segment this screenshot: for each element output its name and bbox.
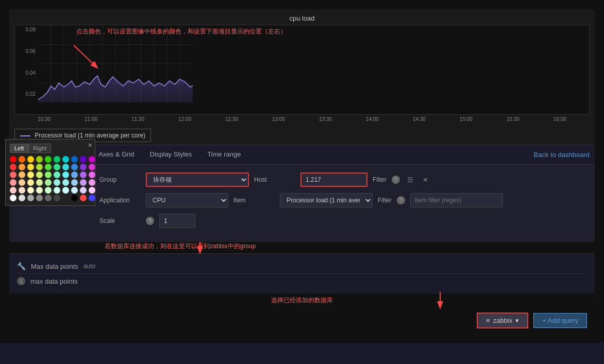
tab-display-styles[interactable]: Display Styles xyxy=(142,145,200,164)
color-dot[interactable] xyxy=(19,187,25,194)
color-dot[interactable] xyxy=(54,171,60,178)
scale-input[interactable]: 1 xyxy=(159,214,195,228)
back-to-dashboard[interactable]: Back to dashboard xyxy=(534,151,590,159)
legend-line-icon xyxy=(20,135,30,136)
color-dot[interactable] xyxy=(27,171,34,178)
wrench-icon: 🔧 xyxy=(17,262,26,270)
color-dot[interactable] xyxy=(45,187,52,194)
filter-help-icon[interactable]: ? xyxy=(392,176,400,184)
right-tab[interactable]: Right xyxy=(28,144,51,153)
legend-label: Processor load (1 min average per core) xyxy=(35,132,145,139)
color-dot[interactable] xyxy=(45,179,52,186)
color-dot[interactable] xyxy=(45,171,52,178)
color-popup-close[interactable]: × xyxy=(88,141,92,149)
color-dot[interactable] xyxy=(89,156,95,163)
color-dot[interactable] xyxy=(19,164,25,170)
color-dot[interactable] xyxy=(80,164,87,170)
item-filter-label: Filter xyxy=(378,197,392,204)
color-dot[interactable] xyxy=(54,195,60,201)
color-dot[interactable] xyxy=(10,195,16,201)
color-dot[interactable] xyxy=(10,164,16,170)
color-dot[interactable] xyxy=(80,187,87,194)
color-dot[interactable] xyxy=(62,187,69,194)
color-dot[interactable] xyxy=(80,156,87,163)
color-dot[interactable] xyxy=(80,179,87,186)
color-dot[interactable] xyxy=(62,156,69,163)
color-dot[interactable] xyxy=(62,171,69,178)
color-dot[interactable] xyxy=(36,156,43,163)
scale-help-icon[interactable]: ? xyxy=(146,217,154,225)
color-dot[interactable] xyxy=(27,179,34,186)
color-dot[interactable] xyxy=(89,171,95,178)
color-dot[interactable] xyxy=(27,187,34,194)
color-dot[interactable] xyxy=(19,195,25,201)
color-dot[interactable] xyxy=(19,171,25,178)
metrics-tab-content: Processor load (1 min Group 块存储 Host Fil… xyxy=(9,165,595,242)
color-dot[interactable] xyxy=(45,164,52,170)
filter-label: Filter xyxy=(373,176,387,183)
group-select[interactable]: 块存储 xyxy=(146,172,249,187)
color-dot[interactable] xyxy=(71,156,78,163)
color-dot[interactable] xyxy=(54,187,60,194)
x-axis: 10:30 11:00 11:30 12:00 12:30 13:00 13:3… xyxy=(14,115,590,122)
color-dot[interactable] xyxy=(10,179,16,186)
tab-axes-grid[interactable]: Axes & Grid xyxy=(91,145,142,164)
color-dot[interactable] xyxy=(45,195,52,201)
application-label: Application xyxy=(99,197,141,204)
color-dot[interactable] xyxy=(54,156,60,163)
color-dot[interactable] xyxy=(62,195,69,201)
item-filter-input[interactable] xyxy=(410,193,503,207)
row-delete-icon[interactable]: ✕ xyxy=(421,174,430,186)
color-dot[interactable] xyxy=(89,164,95,170)
max-data-points-value: auto xyxy=(83,263,95,270)
footer: ≡ zabbix ▾ + Add query xyxy=(9,307,595,334)
host-input[interactable] xyxy=(300,172,367,187)
db-icon: ≡ xyxy=(486,317,490,324)
color-dot[interactable] xyxy=(89,195,95,201)
color-dot[interactable] xyxy=(71,164,78,170)
max-data-info-label: max data points xyxy=(30,278,78,285)
zabbix-button[interactable]: ≡ zabbix ▾ xyxy=(477,313,528,328)
y-axis: 0.08 0.06 0.04 0.02 xyxy=(15,25,38,114)
chart-title: cpu load xyxy=(14,14,590,22)
color-dot[interactable] xyxy=(71,195,78,201)
metrics-row-2: Application CPU Item Processor load (1 m… xyxy=(17,193,587,207)
color-dot[interactable] xyxy=(36,195,43,201)
color-dot[interactable] xyxy=(71,179,78,186)
annotation-arrow-2 xyxy=(190,239,293,255)
color-dot[interactable] xyxy=(36,179,43,186)
color-dot[interactable] xyxy=(36,187,43,194)
max-data-points-label: Max data points xyxy=(31,263,78,270)
color-dot[interactable] xyxy=(36,164,43,170)
color-dot[interactable] xyxy=(10,171,16,178)
scale-row: Scale ? 1 xyxy=(17,214,587,228)
annotation-arrow-3 xyxy=(389,289,492,310)
color-dot[interactable] xyxy=(54,179,60,186)
item-filter-help-icon[interactable]: ? xyxy=(397,196,405,204)
color-dot[interactable] xyxy=(80,171,87,178)
item-select[interactable]: Processor load (1 min avera xyxy=(280,193,373,207)
color-dot[interactable] xyxy=(19,179,25,186)
color-dot[interactable] xyxy=(54,164,60,170)
color-dot[interactable] xyxy=(27,164,34,170)
color-dot[interactable] xyxy=(62,179,69,186)
color-dot[interactable] xyxy=(27,156,34,163)
color-dot[interactable] xyxy=(80,195,87,201)
color-dot[interactable] xyxy=(27,195,34,201)
color-dot[interactable] xyxy=(10,187,16,194)
color-dot[interactable] xyxy=(89,179,95,186)
left-tab[interactable]: Left xyxy=(10,144,28,153)
color-dot[interactable] xyxy=(71,187,78,194)
color-dot[interactable] xyxy=(19,156,25,163)
color-dot[interactable] xyxy=(71,171,78,178)
color-dot[interactable] xyxy=(45,156,52,163)
color-dot[interactable] xyxy=(62,164,69,170)
tab-time-range[interactable]: Time range xyxy=(199,145,248,164)
max-data-info-row: ℹ max data points xyxy=(17,274,587,288)
row-menu-icon[interactable]: ☰ xyxy=(405,174,415,186)
color-dot[interactable] xyxy=(10,156,16,163)
application-select[interactable]: CPU xyxy=(146,193,228,207)
add-query-button[interactable]: + Add query xyxy=(533,313,587,328)
color-dot[interactable] xyxy=(89,187,95,194)
color-dot[interactable] xyxy=(36,171,43,178)
